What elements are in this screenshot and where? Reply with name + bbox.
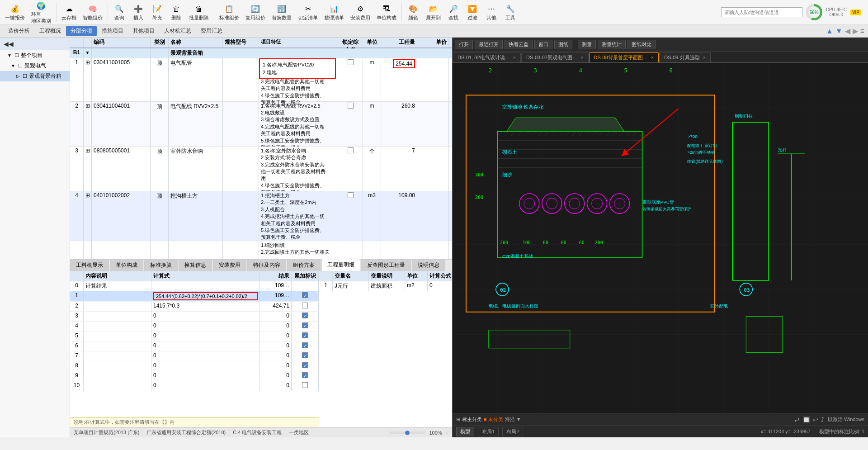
row2-expand[interactable]: ⊞ xyxy=(84,102,92,146)
row1-expand[interactable]: ⊞ xyxy=(84,58,92,101)
toolbar-item-cloud[interactable]: ☁ 云存档 xyxy=(59,3,79,22)
btab-convert-info[interactable]: 换算信息 xyxy=(179,259,212,271)
cr5-cb[interactable] xyxy=(302,332,308,338)
tree-item-all[interactable]: ▼ ☐ 整个项目 xyxy=(0,50,70,61)
cr6-cb[interactable] xyxy=(302,342,308,348)
cad-model-tab[interactable]: 模型 xyxy=(456,427,474,436)
toolbar-item-find[interactable]: 🔎 查找 xyxy=(444,3,462,22)
toolbar-item-replace-qty[interactable]: 🔢 替换数量 xyxy=(269,3,294,22)
checkbox-electric[interactable]: ☐ xyxy=(18,63,23,69)
calc-row-3[interactable]: 3 0 0 xyxy=(70,312,319,322)
zoom-icon-plus[interactable]: + xyxy=(446,430,448,436)
nav-rencaiji[interactable]: 人材机汇总 xyxy=(160,26,196,36)
checkbox-speaker[interactable]: ☐ xyxy=(23,73,27,79)
cr1-tag[interactable] xyxy=(292,291,319,301)
cr8-cb[interactable] xyxy=(302,362,308,368)
nav-fenbufenxiang[interactable]: 分部分项 xyxy=(66,26,97,36)
cr8-calc[interactable]: 0 xyxy=(151,361,260,371)
toolbar-item-organize[interactable]: 📊 整理清单 xyxy=(321,3,347,22)
cr4-calc[interactable]: 0 xyxy=(151,322,260,331)
row4-expand[interactable]: ⊞ xyxy=(84,191,92,241)
cad-btn-recent[interactable]: 最近打开 xyxy=(475,40,503,49)
tree-item-speaker[interactable]: ▷ ☐ 景观背景音箱 xyxy=(0,71,70,81)
section-expand[interactable]: ▼ xyxy=(84,48,92,58)
classify-btn3[interactable]: ↩ xyxy=(813,416,818,423)
calc-row-5[interactable]: 5 0 0 xyxy=(70,332,319,341)
cad-btn-cloud[interactable]: 快看云盘 xyxy=(505,40,533,49)
tree-collapse-icon[interactable]: ◀◀ xyxy=(4,40,14,47)
cr2-calc[interactable]: 1415.7*0.3 xyxy=(151,302,260,311)
toolbar-item-std-price[interactable]: 📋 标准组价 xyxy=(217,3,242,22)
table-row-3[interactable]: 3 ⊞ 080805005001 顶 室外防水音响 1.名称:室外防水音响 2.… xyxy=(70,147,452,191)
cr9-cb[interactable] xyxy=(302,372,308,378)
btab-labor[interactable]: 工料机显示 xyxy=(70,259,109,271)
cad-view[interactable]: 2 3 4 5 6 xyxy=(453,63,868,426)
cad-btn-open[interactable]: 打开 xyxy=(455,40,473,49)
classify-btn2[interactable]: 🔲 xyxy=(802,416,810,423)
toolbar-item-batch-delete[interactable]: 🗑 批量删除 xyxy=(186,3,212,22)
cad-btn-compare[interactable]: 图纸对比 xyxy=(627,40,656,49)
cr1-formula-box[interactable]: 254.44*(0.62+0.22)*(0.7+0.1+0.2+0.02)/2 xyxy=(153,292,258,300)
row4-cb[interactable] xyxy=(348,192,354,198)
var-row-1[interactable]: 1 J元行 建筑面积 m2 0 0 xyxy=(319,281,452,291)
cr6-calc[interactable]: 0 xyxy=(151,341,260,351)
cr5-tag[interactable] xyxy=(292,332,319,341)
table-row-4[interactable]: 4 ⊞ 040101002002 顶 挖沟槽土方 1.挖沟槽土方 2.一二类土、… xyxy=(70,191,452,241)
nav-up-icon[interactable]: ▲ xyxy=(826,27,833,35)
nav-right-icon[interactable]: ▶ xyxy=(853,27,858,35)
toolbar-item-env[interactable]: 🌍 环互地区类别 xyxy=(28,0,54,25)
cr5-calc[interactable]: 0 xyxy=(151,332,260,341)
btab-reverse-qty[interactable]: 反查图形工程量 xyxy=(361,259,411,271)
calc-row-0[interactable]: 0 计算结果 109… xyxy=(70,281,319,291)
cr9-tag[interactable] xyxy=(292,371,319,381)
nav-zaojia[interactable]: 造价分析 xyxy=(4,26,34,36)
btab-qty-detail[interactable]: 工程量明细 xyxy=(321,259,360,271)
cr10-calc[interactable]: 0 xyxy=(151,381,260,391)
btab-notes[interactable]: 说明信息 xyxy=(412,259,445,271)
cad-btn-measure-stat[interactable]: 测量统计 xyxy=(598,40,626,49)
table-row-5[interactable]: 1.细沙回填 2.完成回填土方的其他一切相关 xyxy=(70,241,452,259)
cr1-cb[interactable] xyxy=(302,292,308,298)
classify-btn4[interactable]: ⤴ xyxy=(821,416,824,423)
table-row-1[interactable]: 1 ⊞ 030411001005 顶 电气配管 1.名称:电气配管PVC20 2… xyxy=(70,58,452,102)
cad-tab-3[interactable]: DS-08背景首层平面图… × xyxy=(589,52,659,62)
cr2-tag[interactable] xyxy=(292,302,319,311)
cr4-tag[interactable] xyxy=(292,322,319,331)
cad-tab-2-close[interactable]: × xyxy=(580,55,583,60)
search-input[interactable] xyxy=(721,7,802,17)
nav-left-icon[interactable]: ◀ xyxy=(845,27,850,35)
cad-tab-1[interactable]: DS-01, 02电气设计说… × xyxy=(453,52,521,62)
row3-expand[interactable]: ⊞ xyxy=(84,147,92,191)
cr9-calc[interactable]: 0 xyxy=(151,371,260,381)
toolbar-item-tools[interactable]: 🔧 工具 xyxy=(501,3,519,22)
toolbar-item-query[interactable]: 🔍 查询 xyxy=(110,3,128,22)
cad-btn-drawing[interactable]: 图纸 xyxy=(554,40,572,49)
calc-row-9[interactable]: 9 0 0 xyxy=(70,371,319,381)
toolbar-item-install-fee[interactable]: ⚙ 安装费用 xyxy=(348,3,373,22)
cr2-cb[interactable] xyxy=(302,303,308,308)
toolbar-item-filter[interactable]: 🔽 过滤 xyxy=(463,3,481,22)
toolbar-item-lock-list[interactable]: ✂ 切定清单 xyxy=(295,3,321,22)
toolbar-item-insert[interactable]: ➕ 插入 xyxy=(129,3,147,22)
btab-std-convert[interactable]: 标准换算 xyxy=(144,259,178,271)
btab-install-fee[interactable]: 安装费用 xyxy=(213,259,246,271)
calc-row-2[interactable]: 2 1415.7*0.3 424.71 xyxy=(70,302,319,312)
cr7-calc[interactable]: 0 xyxy=(151,351,260,361)
nav-other-item[interactable]: 其他项目 xyxy=(128,26,159,36)
zoom-handle[interactable] xyxy=(405,431,410,435)
nav-cuoshi[interactable]: 措施项目 xyxy=(97,26,128,36)
cr7-cb[interactable] xyxy=(302,352,308,358)
calc-row-1[interactable]: 1 254.44*(0.62+0.22)*(0.7+0.1+0.2+0.02)/… xyxy=(70,291,319,302)
checkbox-all[interactable]: ☐ xyxy=(14,52,19,58)
toolbar-item-smart[interactable]: 🧠 智能组价 xyxy=(80,3,105,22)
cad-tab-4[interactable]: DS-09 灯具选型 × xyxy=(659,52,711,62)
section-expand-icon[interactable]: ▼ xyxy=(85,50,90,55)
cr1-calc[interactable]: 254.44*(0.62+0.22)*(0.7+0.1+0.2+0.02)/2 xyxy=(151,291,260,301)
cr8-tag[interactable] xyxy=(292,361,319,371)
cad-btn-window[interactable]: 窗口 xyxy=(534,40,552,49)
nav-down-icon[interactable]: ▼ xyxy=(835,27,843,35)
nav-more-icon[interactable]: ≡ xyxy=(860,27,864,35)
calc-row-10[interactable]: 10 0 0 xyxy=(70,381,319,391)
cad-tab-4-close[interactable]: × xyxy=(703,55,706,60)
cr3-tag[interactable] xyxy=(292,312,319,321)
